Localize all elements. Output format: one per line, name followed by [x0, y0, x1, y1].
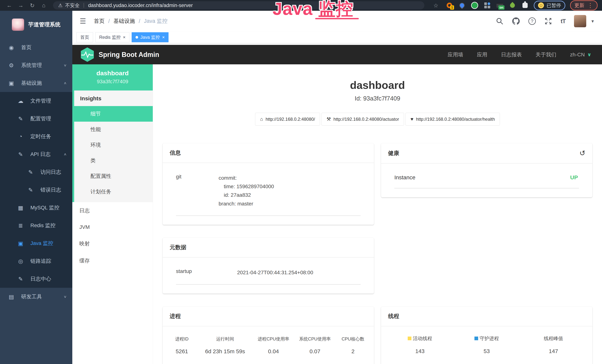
sidebar-item-trace[interactable]: ◎ 链路追踪: [0, 252, 72, 270]
fullscreen-icon[interactable]: [544, 17, 552, 25]
tag-java-monitor[interactable]: Java 监控 ×: [132, 32, 169, 42]
language-selector[interactable]: zh-CN ∨: [570, 52, 591, 58]
history-icon[interactable]: ↺: [579, 149, 585, 157]
extensions-puzzle-icon[interactable]: [521, 1, 529, 9]
annotation-text: Java 监控: [273, 0, 354, 18]
sidebar-item-access-logs[interactable]: ✎ 访问日志: [0, 163, 72, 181]
app-logo-block[interactable]: 芋道管理系统: [0, 11, 72, 39]
sba-nav-applications[interactable]: 应用: [477, 51, 487, 58]
sba-item-details[interactable]: 细节: [74, 106, 153, 122]
extension-leaf-icon[interactable]: [509, 1, 516, 9]
extension-grid-icon[interactable]: [483, 1, 491, 9]
bookmark-star-icon[interactable]: ☆: [431, 2, 441, 9]
breadcrumb-infrastructure[interactable]: 基础设施: [113, 17, 135, 25]
breadcrumb-home[interactable]: 首页: [94, 17, 105, 25]
browser-menu-icon[interactable]: ⋮: [587, 2, 593, 8]
extension-pin-icon[interactable]: [458, 1, 466, 9]
extension-y-icon[interactable]: [471, 1, 479, 9]
help-icon[interactable]: ?: [528, 17, 536, 25]
live-threads-value: 143: [387, 348, 453, 354]
sidebar-item-redis-monitor[interactable]: ≣ Redis 监控: [0, 217, 72, 234]
page-url[interactable]: dashboard.yudao.iocoder.cn/infra/admin-s…: [88, 3, 193, 8]
sba-nav-journal[interactable]: 日志报表: [501, 51, 522, 58]
extension-colorzilla-icon[interactable]: 1: [446, 1, 453, 9]
sba-header: Spring Boot Admin 应用墙 应用 日志报表 关于我们 zh-CN…: [72, 45, 602, 64]
browser-back-icon[interactable]: ←: [4, 2, 14, 9]
sidebar-item-system-management[interactable]: ⚙ 系统管理 ∨: [0, 56, 72, 74]
sba-logo-icon[interactable]: [81, 47, 94, 62]
service-url-button[interactable]: ⌂ http://192.168.0.2:48080/: [255, 113, 320, 126]
process-col-system-cpu: 系统CPU使用率: [294, 336, 336, 342]
sidebar-item-home[interactable]: ◉ 首页: [0, 39, 72, 56]
sba-content: dashboard Id: 93a3fc7f7409 ⌂ http://192.…: [153, 64, 602, 364]
sidebar-item-scheduled-tasks[interactable]: ◔ 定时任务: [0, 128, 72, 145]
tag-home[interactable]: 首页: [76, 32, 93, 42]
spring-boot-admin-frame: Spring Boot Admin 应用墙 应用 日志报表 关于我们 zh-CN…: [72, 45, 602, 364]
sidebar-item-mysql-monitor[interactable]: ▦ MySQL 监控: [0, 199, 72, 217]
sba-item-environment[interactable]: 环境: [74, 137, 153, 153]
breadcrumb-current: Java 监控: [144, 17, 167, 25]
browser-home-icon[interactable]: ⌂: [39, 2, 49, 9]
chrome-update-button[interactable]: 更新 ⋮: [570, 0, 598, 11]
sba-item-config-props[interactable]: 配置属性: [74, 168, 153, 184]
sba-item-metrics[interactable]: 性能: [74, 122, 153, 137]
breadcrumb-separator: /: [139, 18, 140, 24]
metadata-value: 2021-04-27T00:44:31.254+08:00: [237, 268, 361, 277]
browser-reload-icon[interactable]: ↻: [27, 2, 37, 9]
sidebar-item-java-monitor[interactable]: ▣ Java 监控: [0, 234, 72, 252]
metadata-row-startup: startup 2021-04-27T00:44:31.254+08:00: [176, 268, 361, 285]
process-uptime-value: 6d 23h 15m 59s: [197, 348, 253, 354]
sidebar-item-api-logs[interactable]: ✎ API 日志 ∧: [0, 145, 72, 163]
sba-body: dashboard 93a3fc7f7409 Insights 细节 性能 环境…: [72, 64, 602, 364]
process-card-title: 进程: [170, 312, 181, 320]
sidebar-item-label: 错误日志: [40, 186, 67, 193]
address-divider: [84, 3, 84, 8]
actuator-url-button[interactable]: ⚒ http://192.168.0.2:48080/actuator: [322, 113, 404, 126]
sba-item-classes[interactable]: 类: [74, 153, 153, 168]
close-icon[interactable]: ×: [162, 35, 165, 40]
sidebar-item-config-management[interactable]: ✎ 配置管理: [0, 110, 72, 128]
search-icon[interactable]: [496, 17, 504, 25]
avatar-caret-icon[interactable]: ▾: [591, 18, 594, 24]
health-card-title: 健康: [388, 150, 399, 157]
sba-item-caches[interactable]: 缓存: [72, 252, 153, 269]
sba-nav-wallboard[interactable]: 应用墙: [448, 51, 463, 58]
puzzle-icon: [522, 3, 528, 8]
sidebar-item-error-logs[interactable]: ✎ 错误日志: [0, 181, 72, 199]
sidebar-item-infrastructure[interactable]: ▣ 基础设施 ∧: [0, 74, 72, 92]
header-actions: ? tT ▾: [496, 15, 594, 27]
system-cpu-value: 0.07: [294, 348, 336, 354]
health-url-button[interactable]: ♥ http://192.168.0.2:48080/actuator/heal…: [406, 113, 500, 126]
daemon-threads-value: 53: [453, 348, 520, 354]
user-avatar[interactable]: [574, 15, 586, 27]
sba-item-jvm[interactable]: JVM: [72, 219, 153, 235]
active-dot-icon: [136, 36, 138, 39]
dashboard-icon: ◉: [8, 44, 15, 51]
sidebar-item-log-center[interactable]: ✎ 日志中心: [0, 270, 72, 288]
close-icon[interactable]: ×: [123, 35, 126, 40]
wrench-icon: ⚒: [326, 116, 331, 122]
github-icon[interactable]: [512, 17, 520, 25]
profile-paused-chip[interactable]: ☺ 已暂停: [534, 1, 565, 10]
text-size-icon[interactable]: tT: [561, 18, 566, 25]
sidebar-item-file-management[interactable]: ☁ 文件管理: [0, 92, 72, 110]
cloud-icon: ☁: [17, 98, 24, 104]
sba-nav-about[interactable]: 关于我们: [536, 51, 556, 58]
tag-redis-monitor[interactable]: Redis 监控 ×: [95, 32, 129, 42]
sba-item-logs[interactable]: 日志: [72, 202, 153, 219]
process-card-header: 进程: [163, 307, 374, 326]
address-bar[interactable]: ⚠ 不安全 dashboard.yudao.iocoder.cn/infra/a…: [53, 1, 424, 10]
instance-header[interactable]: dashboard 93a3fc7f7409: [72, 64, 153, 90]
metadata-card-title: 元数据: [170, 244, 186, 251]
sba-item-scheduled-tasks[interactable]: 计划任务: [74, 184, 153, 200]
sidebar-item-dev-tools[interactable]: ▤ 研发工具 ∨: [0, 288, 72, 306]
sba-item-mappings[interactable]: 映射: [72, 235, 153, 252]
health-card-body: Instance UP: [381, 163, 592, 197]
database-icon: ▦: [17, 204, 24, 211]
insights-group-label: Insights: [74, 90, 153, 106]
extension-switch-icon[interactable]: on: [496, 1, 504, 9]
log-icon: ✎: [17, 151, 24, 158]
sba-brand-title[interactable]: Spring Boot Admin: [99, 51, 159, 59]
browser-forward-icon[interactable]: →: [16, 2, 26, 9]
hamburger-icon[interactable]: ☰: [77, 17, 89, 25]
